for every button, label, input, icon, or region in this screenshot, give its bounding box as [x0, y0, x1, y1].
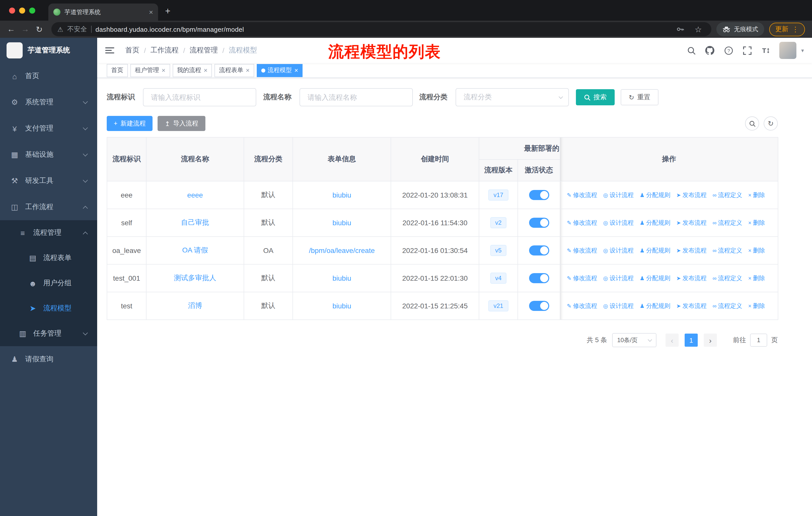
bookmark-star-icon[interactable]: ☆ [691, 22, 705, 36]
reset-button[interactable]: ↻ 重置 [621, 89, 659, 105]
tag-process-form[interactable]: 流程表单 × [214, 64, 254, 77]
active-toggle[interactable] [529, 301, 549, 311]
modify-process-link[interactable]: ✎修改流程 [567, 191, 597, 199]
user-avatar[interactable] [780, 42, 796, 59]
active-toggle[interactable] [529, 273, 549, 283]
sidebar-item-task-management[interactable]: ▥ 任务管理 [0, 321, 97, 346]
sidebar-item-infrastructure[interactable]: ▦ 基础设施 [0, 142, 97, 168]
publish-process-link[interactable]: ➤发布流程 [676, 191, 706, 199]
assign-rule-link[interactable]: ♟分配规则 [640, 274, 670, 283]
back-icon[interactable]: ← [4, 22, 18, 36]
prev-page-button[interactable]: ‹ [666, 333, 678, 347]
delete-link[interactable]: ×删除 [748, 218, 765, 227]
new-tab-button[interactable]: + [165, 6, 170, 17]
toggle-search-button[interactable] [745, 116, 759, 131]
address-bar[interactable]: ⚠ 不安全 dashboard.yudao.iocoder.cn/bpm/man… [51, 22, 711, 36]
close-icon[interactable]: × [204, 66, 207, 74]
assign-rule-link[interactable]: ♟分配规则 [640, 191, 670, 199]
reload-icon[interactable]: ↻ [32, 22, 46, 36]
fullscreen-icon[interactable] [742, 45, 752, 55]
window-minimize-button[interactable] [19, 7, 25, 13]
design-process-link[interactable]: ◎设计流程 [603, 191, 634, 199]
publish-process-link[interactable]: ➤发布流程 [676, 302, 706, 310]
sidebar-item-process-management[interactable]: ≡ 流程管理 [0, 220, 97, 245]
modify-process-link[interactable]: ✎修改流程 [567, 219, 597, 227]
breadcrumb-workflow[interactable]: 工作流程 [150, 46, 179, 55]
help-icon[interactable]: ? [724, 45, 734, 55]
process-id-input[interactable] [143, 88, 256, 106]
search-icon[interactable] [687, 45, 696, 55]
active-toggle[interactable] [529, 218, 549, 228]
form-info-link[interactable]: biubiu [332, 191, 351, 199]
browser-tab[interactable]: 芋道管理系统 × [48, 3, 158, 21]
process-definition-link[interactable]: ∞流程定义 [713, 274, 742, 282]
sidebar-item-process-form[interactable]: ▤ 流程表单 [0, 245, 97, 271]
delete-link[interactable]: ×删除 [748, 274, 765, 282]
process-name-link[interactable]: 滔博 [188, 301, 202, 309]
refresh-table-button[interactable]: ↻ [764, 116, 778, 131]
category-select[interactable]: 流程分类 [456, 88, 569, 106]
security-label[interactable]: 不安全 [67, 25, 87, 34]
sidebar-item-payment[interactable]: ¥ 支付管理 [0, 115, 97, 142]
assign-rule-link[interactable]: ♟分配规则 [640, 302, 670, 310]
assign-rule-link[interactable]: ♟分配规则 [640, 246, 670, 255]
browser-menu-icon[interactable]: ⋮ [792, 25, 799, 33]
process-definition-link[interactable]: ∞流程定义 [713, 191, 742, 199]
publish-process-link[interactable]: ➤发布流程 [676, 274, 706, 283]
page-size-select[interactable]: 10条/页 [612, 333, 657, 347]
next-page-button[interactable]: › [704, 333, 717, 347]
tag-process-model[interactable]: 流程模型 × [257, 64, 303, 77]
design-process-link[interactable]: ◎设计流程 [603, 219, 634, 227]
process-definition-link[interactable]: ∞流程定义 [713, 218, 742, 227]
hamburger-icon[interactable] [105, 47, 114, 53]
tab-close-icon[interactable]: × [149, 8, 153, 16]
sidebar-item-leave-query[interactable]: ♟ 请假查询 [0, 346, 97, 372]
process-name-link[interactable]: OA 请假 [182, 246, 208, 254]
design-process-link[interactable]: ◎设计流程 [603, 274, 634, 283]
search-button[interactable]: 搜索 [576, 89, 615, 105]
design-process-link[interactable]: ◎设计流程 [603, 246, 634, 255]
window-close-button[interactable] [9, 7, 15, 13]
window-zoom-button[interactable] [29, 7, 35, 13]
font-size-icon[interactable]: T [761, 45, 771, 55]
design-process-link[interactable]: ◎设计流程 [603, 302, 634, 310]
form-info-link[interactable]: biubiu [332, 302, 351, 310]
create-process-button[interactable]: + 新建流程 [107, 116, 153, 131]
close-icon[interactable]: × [246, 66, 250, 74]
process-definition-link[interactable]: ∞流程定义 [713, 302, 742, 310]
import-process-button[interactable]: ↥ 导入流程 [158, 116, 205, 131]
form-info-link[interactable]: /bpm/oa/leave/create [309, 246, 375, 254]
process-name-input[interactable] [299, 88, 413, 106]
github-icon[interactable] [705, 45, 715, 55]
modify-process-link[interactable]: ✎修改流程 [567, 274, 597, 283]
avatar-caret-icon[interactable]: ▾ [801, 47, 804, 54]
sidebar-item-workflow[interactable]: ◫ 工作流程 [0, 194, 97, 220]
process-definition-link[interactable]: ∞流程定义 [713, 246, 742, 255]
process-name-link[interactable]: 自己审批 [181, 218, 209, 226]
active-toggle[interactable] [529, 245, 549, 255]
close-icon[interactable]: × [294, 66, 298, 74]
browser-update-button[interactable]: 更新 ⋮ [769, 22, 805, 36]
publish-process-link[interactable]: ➤发布流程 [676, 246, 706, 255]
close-icon[interactable]: × [162, 66, 165, 74]
current-page-button[interactable]: 1 [685, 333, 698, 347]
process-name-link[interactable]: eeee [187, 191, 203, 199]
publish-process-link[interactable]: ➤发布流程 [676, 219, 706, 227]
form-info-link[interactable]: biubiu [332, 274, 351, 282]
breadcrumb-home[interactable]: 首页 [125, 46, 140, 55]
tag-home[interactable]: 首页 [107, 64, 128, 77]
process-name-link[interactable]: 测试多审批人 [174, 274, 216, 282]
delete-link[interactable]: ×删除 [748, 246, 765, 255]
modify-process-link[interactable]: ✎修改流程 [567, 302, 597, 310]
goto-page-input[interactable] [750, 333, 767, 347]
delete-link[interactable]: ×删除 [748, 302, 765, 310]
url-text[interactable]: dashboard.yudao.iocoder.cn/bpm/manager/m… [95, 25, 244, 33]
tag-tenant-management[interactable]: 租户管理 × [130, 64, 170, 77]
sidebar-item-process-model[interactable]: ➤ 流程模型 [0, 296, 97, 321]
form-info-link[interactable]: biubiu [332, 219, 351, 227]
assign-rule-link[interactable]: ♟分配规则 [640, 219, 670, 227]
breadcrumb-process-management[interactable]: 流程管理 [190, 46, 218, 55]
tag-my-process[interactable]: 我的流程 × [172, 64, 212, 77]
active-toggle[interactable] [529, 190, 549, 200]
forward-icon[interactable]: → [18, 22, 32, 36]
